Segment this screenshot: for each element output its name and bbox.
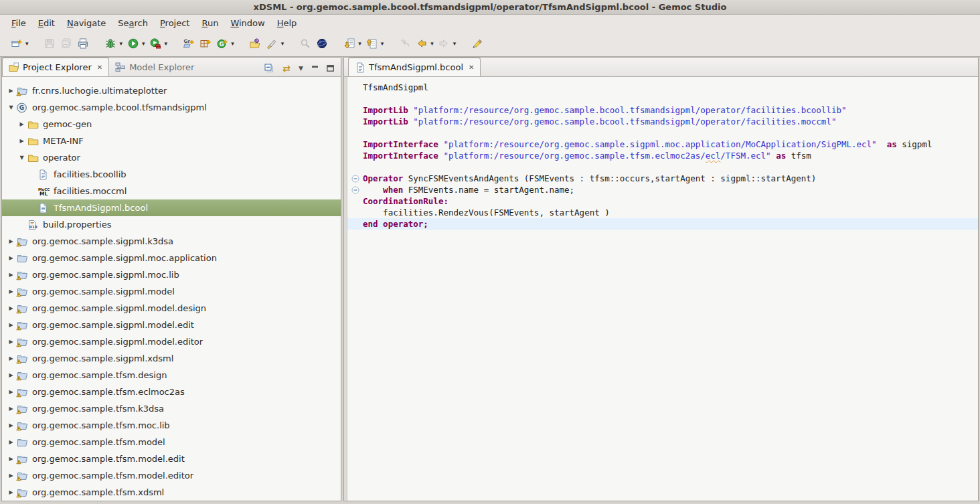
- apply-style-dropdown-icon[interactable]: ▾: [281, 40, 284, 47]
- code-line[interactable]: when FSMEvents.name = startAgent.name;: [344, 184, 978, 195]
- code-line[interactable]: Operator SyncFSMEventsAndAgents (FSMEven…: [344, 173, 978, 184]
- previous-annotation-button[interactable]: [363, 35, 380, 52]
- view-menu-icon[interactable]: ▼: [299, 65, 303, 72]
- view-tab-project-explorer[interactable]: Project Explorer✕: [2, 58, 109, 76]
- expander-collapsed-icon[interactable]: ▶: [6, 339, 16, 345]
- fold-collapse-icon[interactable]: [350, 184, 360, 195]
- menu-navigate[interactable]: Navigate: [61, 17, 112, 29]
- tree-item[interactable]: ▶fr.cnrs.luchogie.ultimateplotter: [2, 82, 341, 99]
- tree-item[interactable]: ▶gemoc-gen: [2, 116, 341, 133]
- code-editor[interactable]: TfsmAndSigpml ImportLib "platform:/resou…: [344, 77, 978, 501]
- expander-collapsed-icon[interactable]: ▶: [17, 138, 27, 144]
- menu-help[interactable]: Help: [271, 17, 303, 29]
- tree-item[interactable]: facilities.bcoollib: [2, 166, 341, 183]
- expander-expanded-icon[interactable]: ▼: [17, 155, 27, 161]
- apply-style-button[interactable]: [264, 35, 280, 52]
- expander-collapsed-icon[interactable]: ▶: [6, 456, 16, 462]
- menu-edit[interactable]: Edit: [32, 17, 61, 29]
- expander-collapsed-icon[interactable]: ▶: [6, 422, 16, 428]
- code-line[interactable]: [344, 127, 978, 139]
- menu-search[interactable]: Search: [112, 17, 154, 29]
- tree-item[interactable]: ▶org.gemoc.sample.tfsm.xdsml: [2, 484, 341, 501]
- code-line[interactable]: facilities.RendezVous(FSMEvents, startAg…: [344, 207, 978, 218]
- code-line[interactable]: ImportLib "platform:/resource/org.gemoc.…: [344, 104, 978, 116]
- code-line[interactable]: ImportInterface "platform:/resource/org.…: [344, 139, 978, 150]
- tree-item[interactable]: ▶org.gemoc.sample.sigpml.model.edit: [2, 317, 341, 333]
- code-line[interactable]: ImportLib "platform:/resource/org.gemoc.…: [344, 116, 978, 127]
- new-gemoc-element-dropdown-icon[interactable]: ▾: [231, 40, 234, 47]
- expander-collapsed-icon[interactable]: ▶: [6, 406, 16, 412]
- menu-window[interactable]: Window: [224, 17, 270, 29]
- maximize-icon[interactable]: [327, 65, 334, 72]
- code-line[interactable]: [344, 93, 978, 104]
- code-line[interactable]: TfsmAndSigpml: [344, 82, 978, 93]
- back-dropdown-icon[interactable]: ▾: [430, 40, 434, 47]
- debug-button[interactable]: [102, 35, 119, 52]
- expander-collapsed-icon[interactable]: ▶: [6, 439, 16, 445]
- expander-collapsed-icon[interactable]: ▶: [6, 288, 16, 295]
- expander-collapsed-icon[interactable]: ▶: [6, 305, 16, 311]
- tree-item[interactable]: ▶org.gemoc.sample.tfsm.model.editor: [2, 467, 341, 484]
- minimize-icon[interactable]: [311, 65, 319, 72]
- open-model-button[interactable]: [247, 35, 264, 52]
- window-titlebar[interactable]: xDSML - org.gemoc.sample.bcool.tfsmandsi…: [0, 0, 980, 15]
- tree-item[interactable]: ▼operator: [2, 149, 341, 166]
- expander-collapsed-icon[interactable]: ▶: [6, 272, 16, 278]
- expander-collapsed-icon[interactable]: ▶: [6, 389, 16, 395]
- collapse-all-icon[interactable]: [264, 63, 274, 73]
- expander-collapsed-icon[interactable]: ▶: [6, 355, 16, 361]
- tree-item[interactable]: ▶org.gemoc.sample.tfsm.k3dsa: [2, 400, 341, 417]
- mark-occurrences-button[interactable]: [469, 35, 485, 52]
- code-line[interactable]: ImportInterface "platform:/resource/org.…: [344, 150, 978, 161]
- expander-collapsed-icon[interactable]: ▶: [6, 322, 16, 328]
- close-icon[interactable]: ✕: [97, 64, 102, 71]
- tree-item[interactable]: ▶org.gemoc.sample.sigpml.model: [2, 283, 341, 300]
- expander-collapsed-icon[interactable]: ▶: [6, 88, 16, 94]
- tree-item[interactable]: ▶org.gemoc.sample.sigpml.moc.application: [2, 250, 341, 266]
- new-gemoc-element-button[interactable]: G: [214, 35, 230, 52]
- tree-item[interactable]: ▶org.gemoc.sample.tfsm.moc.lib: [2, 417, 341, 434]
- new-wizard-dropdown-icon[interactable]: ▾: [25, 40, 29, 47]
- tree-item[interactable]: ▼Gorg.gemoc.sample.bcool.tfsmandsigpml: [2, 99, 341, 116]
- tree-item[interactable]: ▶META-INF: [2, 133, 341, 149]
- print-button[interactable]: [75, 35, 92, 52]
- tree-item[interactable]: MoCCMLfacilities.moccml: [2, 183, 341, 199]
- expander-collapsed-icon[interactable]: ▶: [17, 121, 27, 127]
- expander-collapsed-icon[interactable]: ▶: [6, 489, 16, 495]
- run-dropdown-icon[interactable]: ▾: [142, 40, 145, 47]
- expander-collapsed-icon[interactable]: ▶: [6, 473, 16, 479]
- tree-item[interactable]: ▶org.gemoc.sample.sigpml.model.design: [2, 300, 341, 317]
- external-tools-dropdown-icon[interactable]: ▾: [165, 40, 168, 47]
- close-icon[interactable]: ✕: [469, 64, 474, 71]
- code-line[interactable]: end operator;: [344, 218, 978, 230]
- tree-item[interactable]: ▶org.gemoc.sample.sigpml.moc.lib: [2, 266, 341, 283]
- next-annotation-button[interactable]: [341, 35, 357, 52]
- new-graphical-representation-button[interactable]: Gr: [180, 35, 197, 52]
- tree-item[interactable]: ▶org.gemoc.sample.tfsm.eclmoc2as: [2, 384, 341, 400]
- tree-item[interactable]: ▶org.gemoc.sample.sigpml.model.editor: [2, 333, 341, 350]
- external-tools-button[interactable]: [147, 35, 164, 52]
- tree-item[interactable]: ▶org.gemoc.sample.tfsm.design: [2, 367, 341, 384]
- link-with-editor-icon[interactable]: ⇄: [282, 64, 291, 72]
- tree-item[interactable]: ▶org.gemoc.sample.sigpml.k3dsa: [2, 233, 341, 250]
- expander-expanded-icon[interactable]: ▼: [6, 104, 16, 110]
- open-web-browser-button[interactable]: [313, 35, 330, 52]
- code-line[interactable]: [344, 161, 978, 173]
- editor-tab-tfsmandsigpml-bcool[interactable]: TfsmAndSigpml.bcool ✕: [348, 58, 481, 76]
- tree-item[interactable]: TfsmAndSigpml.bcool: [2, 199, 341, 216]
- tree-item[interactable]: 010build.properties: [2, 216, 341, 233]
- new-table-button[interactable]: [197, 35, 214, 52]
- menu-file[interactable]: File: [5, 17, 32, 29]
- menu-project[interactable]: Project: [154, 17, 196, 29]
- view-tab-model-explorer[interactable]: Model Explorer: [109, 58, 200, 76]
- expander-collapsed-icon[interactable]: ▶: [6, 372, 16, 378]
- expander-collapsed-icon[interactable]: ▶: [6, 255, 16, 261]
- run-button[interactable]: [125, 35, 141, 52]
- new-wizard-button[interactable]: [8, 35, 25, 52]
- tree-item[interactable]: ▶org.gemoc.sample.sigpml.xdsml: [2, 350, 341, 367]
- next-annotation-dropdown-icon[interactable]: ▾: [358, 40, 361, 47]
- previous-annotation-dropdown-icon[interactable]: ▾: [381, 40, 384, 47]
- back-button[interactable]: [413, 35, 430, 52]
- menu-run[interactable]: Run: [195, 17, 224, 29]
- fold-collapse-icon[interactable]: [350, 173, 360, 184]
